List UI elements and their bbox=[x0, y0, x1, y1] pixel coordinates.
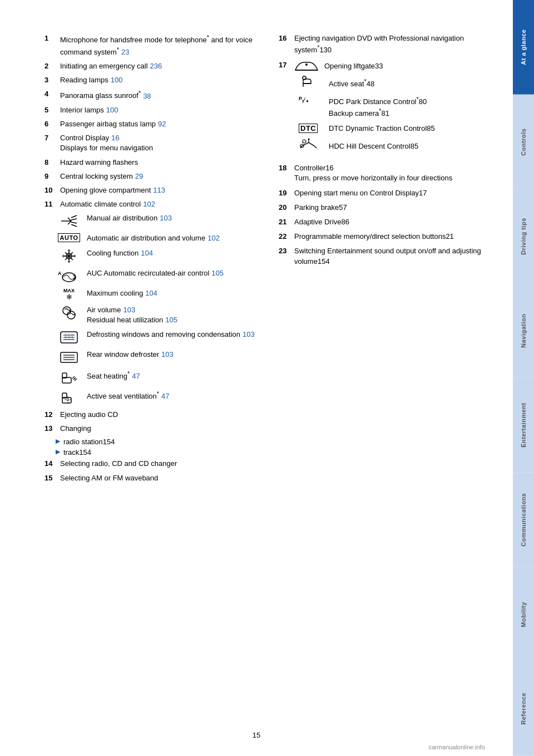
icon-entry-manual-air: Manual air distribution103 bbox=[56, 213, 256, 229]
radio-arrow-icon: ▶ bbox=[56, 438, 60, 446]
entry-num-4: 4 bbox=[44, 89, 60, 101]
seat-vent-text: Active seat ventilation*47 bbox=[87, 390, 256, 402]
sidebar-tab-entertainment[interactable]: Entertainment bbox=[513, 378, 534, 473]
entry-8: 8 Hazard warning flashers bbox=[44, 158, 256, 168]
entry-num-9: 9 bbox=[44, 171, 60, 181]
entry-text-15: Selecting AM or FM waveband bbox=[60, 473, 256, 483]
sidebar: At a glance Controls Driving tips Naviga… bbox=[513, 0, 534, 756]
svg-line-1 bbox=[71, 215, 77, 218]
entry-9: 9 Central locking system29 bbox=[44, 171, 256, 181]
entry-num-12: 12 bbox=[44, 410, 60, 420]
left-column: 1 Microphone for handsfree mode for tele… bbox=[44, 33, 256, 487]
entry-18: 18 Controller16 Turn, press or move hori… bbox=[279, 163, 491, 183]
active-seat-text: Active seat*48 bbox=[329, 77, 374, 90]
svg-line-35 bbox=[72, 376, 75, 379]
icon-entry-defrost: Defrosting windows and removing condensa… bbox=[56, 330, 256, 345]
page-ref-11: 102 bbox=[143, 200, 155, 208]
entry-text-21: Adaptive Drive86 bbox=[294, 217, 491, 227]
page-ref-cooling: 104 bbox=[141, 249, 153, 257]
page-ref-liftgate: 33 bbox=[375, 62, 383, 70]
entry-text-13: Changing bbox=[60, 424, 256, 434]
sidebar-tab-mobility[interactable]: Mobility bbox=[513, 567, 534, 662]
page-ref-seat-vent: 47 bbox=[161, 392, 169, 400]
entry-11: 11 Automatic climate control102 bbox=[44, 199, 256, 209]
entry-text-11: Automatic climate control102 bbox=[60, 199, 256, 209]
entry-text-8: Hazard warning flashers bbox=[60, 158, 256, 168]
entry-text-5: Interior lamps100 bbox=[60, 105, 256, 115]
entry-text-12: Ejecting audio CD bbox=[60, 410, 256, 420]
entry-num-17: 17 bbox=[279, 60, 294, 159]
dtc-text: DTC Dynamic Traction Control85 bbox=[329, 124, 435, 134]
sub-text-radio: radio station154 bbox=[63, 438, 115, 446]
entry-13: 13 Changing bbox=[44, 424, 256, 434]
svg-point-50 bbox=[303, 140, 306, 143]
entry-20: 20 Parking brake57 bbox=[279, 203, 491, 213]
page-ref-22: 21 bbox=[446, 232, 453, 240]
page-ref-3: 100 bbox=[111, 76, 123, 84]
icon-entry-cooling: Cooling function104 bbox=[56, 248, 256, 264]
entry-num-7: 7 bbox=[44, 133, 60, 153]
seat-heat-icon bbox=[56, 370, 82, 385]
page-ref-active-seat: 48 bbox=[367, 80, 374, 88]
icon-entry-max-cool: MAX ❄ Maximum cooling104 bbox=[56, 288, 256, 301]
sidebar-tab-reference[interactable]: Reference bbox=[513, 661, 534, 756]
entry-num-15: 15 bbox=[44, 473, 60, 483]
entry-16: 16 Ejecting navigation DVD with Professi… bbox=[279, 33, 491, 56]
page-ref-dtc: 85 bbox=[427, 124, 434, 132]
cooling-text: Cooling function104 bbox=[87, 248, 256, 258]
entry-21: 21 Adaptive Drive86 bbox=[279, 217, 491, 227]
entry-num-19: 19 bbox=[279, 188, 294, 198]
hdc-text: HDC Hill Descent Control85 bbox=[329, 141, 418, 151]
icon-entry-auc: A AUC Automatic recirculated-air control… bbox=[56, 268, 256, 284]
svg-line-37 bbox=[75, 379, 77, 381]
entry-text-2: Initiating an emergency call236 bbox=[60, 61, 256, 71]
active-seat-icon bbox=[299, 76, 325, 91]
svg-line-36 bbox=[73, 377, 76, 380]
svg-point-40 bbox=[67, 399, 69, 401]
entry-text-9: Central locking system29 bbox=[60, 171, 256, 181]
entry-num-18: 18 bbox=[279, 163, 294, 183]
entry-4: 4 Panorama glass sunroof*38 bbox=[44, 89, 256, 101]
svg-line-3 bbox=[71, 222, 77, 223]
sub-entry-track: ▶ track154 bbox=[56, 448, 256, 456]
entry-num-13: 13 bbox=[44, 424, 60, 434]
page-ref-21: 86 bbox=[342, 218, 349, 226]
entry-12: 12 Ejecting audio CD bbox=[44, 410, 256, 420]
entry-text-4: Panorama glass sunroof*38 bbox=[60, 89, 256, 101]
auc-text: AUC Automatic recirculated-air control10… bbox=[87, 268, 256, 278]
page-ref-4: 38 bbox=[143, 92, 151, 100]
entry-14: 14 Selecting radio, CD and CD changer bbox=[44, 459, 256, 469]
manual-air-icon bbox=[56, 213, 82, 229]
entry-text-10: Opening glove compartment113 bbox=[60, 185, 256, 195]
page-number: 15 bbox=[253, 731, 260, 739]
rear-defrost-text: Rear window defroster103 bbox=[87, 350, 256, 360]
sidebar-tab-communications[interactable]: Communications bbox=[513, 473, 534, 567]
sidebar-tab-driving-tips[interactable]: Driving tips bbox=[513, 189, 534, 284]
entry-text-3: Reading lamps100 bbox=[60, 75, 256, 85]
entry-3: 3 Reading lamps100 bbox=[44, 75, 256, 85]
sidebar-tab-controls[interactable]: Controls bbox=[513, 95, 534, 189]
track-arrow-icon: ▶ bbox=[56, 448, 60, 456]
sub-entry-radio: ▶ radio station154 bbox=[56, 438, 256, 446]
defrost-text: Defrosting windows and removing condensa… bbox=[87, 330, 256, 340]
entry-2: 2 Initiating an emergency call236 bbox=[44, 61, 256, 71]
entry-10: 10 Opening glove compartment113 bbox=[44, 185, 256, 195]
sidebar-tab-at-a-glance[interactable]: At a glance bbox=[513, 0, 534, 95]
dtc-icon: DTC bbox=[299, 124, 325, 134]
watermark: carmanualonline.info bbox=[428, 744, 485, 750]
page-ref-10: 113 bbox=[153, 186, 165, 194]
entry-text-20: Parking brake57 bbox=[294, 203, 491, 213]
seat-vent-icon bbox=[56, 390, 82, 405]
sidebar-tab-navigation[interactable]: Navigation bbox=[513, 283, 534, 378]
icon-entry-auto-air: AUTO Automatic air distribution and volu… bbox=[56, 233, 256, 243]
hdc-icon bbox=[299, 138, 325, 154]
entry-7: 7 Control Display16 Displays for menu na… bbox=[44, 133, 256, 153]
dtc-row: DTC DTC Dynamic Traction Control85 bbox=[299, 124, 491, 134]
entry-17: 17 Opening liftgate33 bbox=[279, 60, 491, 159]
max-cool-icon: MAX ❄ bbox=[56, 288, 82, 301]
icon-entry-seat-vent: Active seat ventilation*47 bbox=[56, 390, 256, 405]
auc-icon: A bbox=[56, 268, 82, 284]
page-ref-7a: 16 bbox=[111, 134, 119, 142]
air-volume-icon bbox=[56, 305, 82, 321]
entry-15: 15 Selecting AM or FM waveband bbox=[44, 473, 256, 483]
